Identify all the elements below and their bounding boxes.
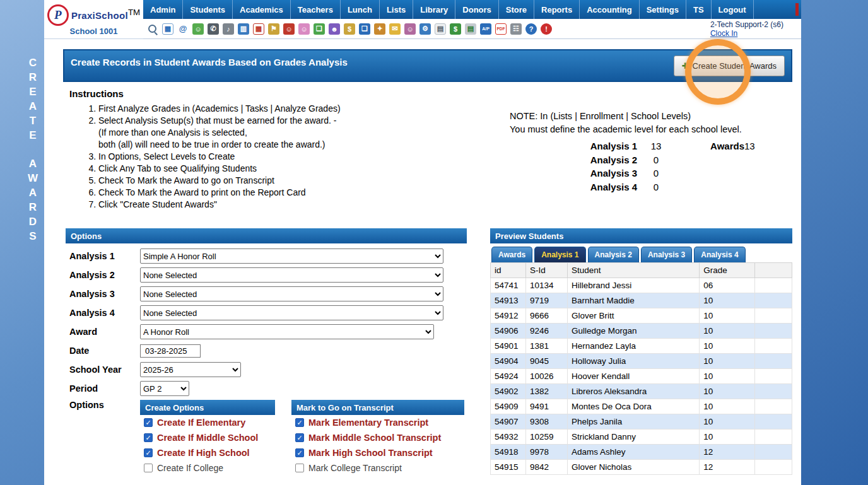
period-select[interactable]: GP 2	[140, 381, 189, 396]
nav-admin[interactable]: Admin	[143, 0, 183, 19]
analysis-3-select[interactable]: None Selected	[140, 286, 443, 301]
create-if-elementary-label: Create If Elementary	[157, 418, 245, 428]
chat-icon[interactable]: ☺	[192, 23, 204, 35]
create-if-high-school-row: Create If High School	[140, 445, 275, 460]
instruction-item: Check To Mark the Award to print on the …	[98, 187, 447, 199]
content-card: P PraxiSchoolTM School 1001 Admin Studen…	[44, 0, 801, 485]
analysis-3-label: Analysis 3	[66, 289, 140, 299]
trademark: TM	[128, 8, 140, 17]
analysis-4-label: Analysis 4	[66, 308, 140, 318]
tab-awards[interactable]: Awards	[491, 247, 532, 262]
printer-icon[interactable]: ☷	[510, 23, 522, 35]
analysis-2-select[interactable]: None Selected	[140, 267, 443, 283]
student-pink-icon[interactable]: ☺	[298, 23, 310, 35]
analysis-1-label: Analysis 1	[66, 251, 140, 261]
group-icon[interactable]: ☺	[404, 23, 416, 35]
family-icon[interactable]: ☻	[329, 23, 340, 35]
mark-middle-school-transcript-checkbox[interactable]	[295, 433, 304, 442]
nav-ts[interactable]: TS	[686, 0, 712, 19]
nav-students[interactable]: Students	[183, 0, 233, 19]
nav-teachers[interactable]: Teachers	[291, 0, 341, 19]
mark-college-transcript-row: Mark College Transcript	[291, 460, 464, 476]
create-awards-icon: ✚	[682, 61, 689, 71]
instructions-heading: Instructions	[69, 88, 124, 99]
tab-analysis-1[interactable]: Analysis 1	[534, 247, 585, 262]
user-name: 2-Tech Support-2 (s6)	[710, 20, 783, 29]
mark-middle-school-transcript-row: Mark Middle School Transcript	[291, 430, 464, 445]
send-mail-icon[interactable]: ✉	[389, 23, 401, 35]
table-row: 5492410026Hoover Kendall10	[491, 369, 792, 384]
instruction-item: First Analyze Grades in (Academics | Tas…	[98, 103, 447, 115]
gradebook-icon[interactable]: ❏	[314, 23, 325, 35]
tab-analysis-2[interactable]: Analysis 2	[588, 247, 639, 262]
email-at-icon[interactable]: @	[177, 23, 189, 35]
print-money-icon[interactable]: ▤	[465, 23, 476, 35]
time-clock-icon[interactable]: ⚙	[419, 23, 431, 35]
announcement-flag-icon[interactable]: ⚑	[268, 23, 279, 35]
create-if-college-checkbox[interactable]	[144, 464, 153, 472]
options-panel: Options Analysis 1 Simple A Honor Roll A…	[66, 228, 467, 479]
table-row: 549011381Hernandez Layla10	[491, 339, 792, 354]
analysis-4-select[interactable]: None Selected	[140, 305, 443, 320]
alert-icon[interactable]: !	[541, 23, 552, 35]
nav-donors[interactable]: Donors	[455, 0, 499, 19]
accounts-payable-icon[interactable]: A/P	[480, 23, 491, 35]
calendar-icon[interactable]: ▦	[253, 23, 264, 35]
page: CREATE AWARDS P PraxiSchoolTM School 100…	[0, 0, 868, 485]
create-options-panel: Create Options Create If Elementary Crea…	[140, 400, 275, 476]
nav-reports[interactable]: Reports	[534, 0, 580, 19]
cash-icon[interactable]: $	[450, 23, 461, 35]
nav-logout[interactable]: Logout	[712, 0, 754, 19]
mobile-phone-icon[interactable]: ✆	[208, 23, 219, 35]
analysis-counts: Analysis 1 13 Awards 13 Analysis 2 0 Ana…	[546, 140, 773, 194]
nav-edge-marker	[795, 3, 799, 16]
help-icon[interactable]: ?	[525, 23, 537, 35]
nav-academics[interactable]: Academics	[233, 0, 291, 19]
mark-college-transcript-label: Mark College Transcript	[308, 463, 402, 473]
search-icon[interactable]	[147, 23, 158, 35]
ledger-icon[interactable]: ❏	[359, 23, 370, 35]
clock-in-link[interactable]: Clock In	[710, 29, 737, 38]
nav-lunch[interactable]: Lunch	[341, 0, 380, 19]
student-red-icon[interactable]: ☺	[283, 23, 295, 35]
tab-analysis-3[interactable]: Analysis 3	[641, 247, 692, 262]
options-sub-label: Options	[66, 400, 140, 410]
table-row: 549021382Libreros Aleksandra10	[491, 384, 792, 399]
roster-table-icon[interactable]: ▥	[238, 23, 249, 35]
mark-elementary-transcript-checkbox[interactable]	[295, 418, 304, 427]
analysis-3-count-value: 0	[637, 167, 675, 180]
date-input[interactable]	[140, 344, 201, 358]
icon-toolbar: ▦ @ ☺ ✆ ♪ ▥ ▦ ⚑ ☺ ☺ ❏ ☻ $ ❏ ✦	[143, 19, 801, 39]
table-row: 549159842Glover Nicholas12	[491, 460, 792, 475]
pdf-icon[interactable]: PDF	[495, 23, 507, 35]
payment-icon[interactable]: $	[344, 23, 355, 35]
award-select[interactable]: A Honor Roll	[140, 324, 434, 339]
awards-count-value: 13	[744, 140, 773, 153]
nav-lists[interactable]: Lists	[380, 0, 413, 19]
create-if-middle-school-checkbox[interactable]	[144, 433, 153, 442]
tab-analysis-4[interactable]: Analysis 4	[694, 247, 745, 262]
create-if-high-school-checkbox[interactable]	[144, 448, 153, 457]
table-row: 549099491Montes De Oca Dora10	[491, 399, 792, 414]
create-student-awards-button[interactable]: ✚ Create Student Awards	[674, 56, 785, 76]
school-year-label: School Year	[66, 365, 140, 375]
col-student: Student	[567, 263, 699, 278]
mark-college-transcript-checkbox[interactable]	[295, 464, 304, 472]
nav-accounting[interactable]: Accounting	[580, 0, 640, 19]
horn-icon[interactable]: ✦	[374, 23, 385, 35]
nav-library[interactable]: Library	[413, 0, 455, 19]
table-row: 5493210259Strickland Danny10	[491, 429, 792, 445]
col-id: id	[491, 263, 526, 278]
nav-store[interactable]: Store	[499, 0, 534, 19]
create-student-awards-label: Create Student Awards	[693, 61, 777, 71]
mark-high-school-transcript-checkbox[interactable]	[295, 448, 304, 457]
speaker-icon[interactable]: ♪	[223, 23, 234, 35]
school-year-select[interactable]: 2025-26	[140, 362, 241, 377]
col-sid: S-Id	[525, 263, 567, 278]
schedule-grid-icon[interactable]: ▦	[162, 23, 173, 35]
note-line-1: NOTE: In (Lists | Enrollment | School Le…	[510, 110, 742, 123]
analysis-1-select[interactable]: Simple A Honor Roll	[140, 248, 443, 264]
create-if-elementary-checkbox[interactable]	[144, 418, 153, 427]
nav-settings[interactable]: Settings	[640, 0, 686, 19]
report-list-icon[interactable]: ▤	[435, 23, 446, 35]
